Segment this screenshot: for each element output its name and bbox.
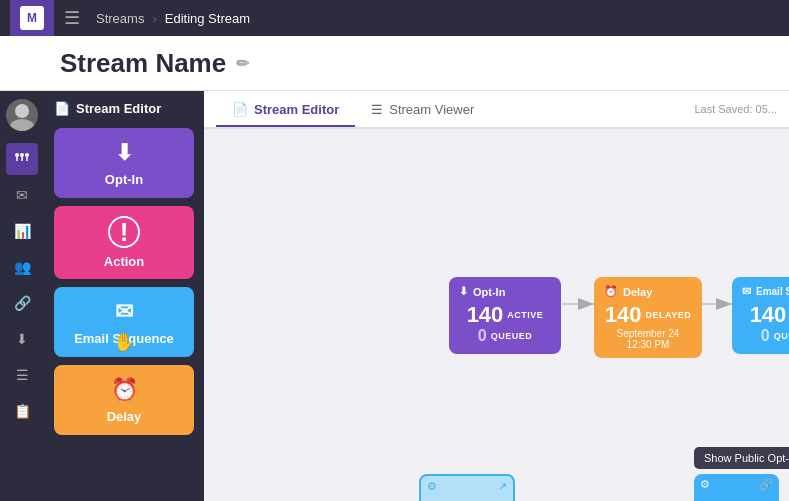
element-btn-action[interactable]: ! Action	[54, 206, 194, 279]
sidebar-icon-clipboard[interactable]: 📋	[6, 395, 38, 427]
sidebar-icon-link[interactable]: 🔗	[6, 287, 38, 319]
node-email-seq-label: Email Sequence	[756, 286, 789, 297]
node-delay-time: 12:30 PM	[604, 339, 692, 350]
top-nav: M ☰ Streams › Editing Stream	[0, 0, 789, 36]
node-optin-queued-label: QUEUED	[491, 331, 533, 341]
node-optin-header: ⬇ Opt-In	[459, 285, 551, 298]
node-email-seq-icon: ✉	[742, 285, 751, 298]
edit-stream-name-icon[interactable]: ✏	[236, 54, 249, 73]
node-delay-body: 140 DELAYED September 24 12:30 PM	[604, 304, 692, 350]
node-optin-queued-num: 0	[478, 328, 487, 344]
node-delay-count: 140	[605, 304, 642, 326]
sidebar-icon-list[interactable]: ☰	[6, 359, 38, 391]
node-optin-type-icon: ⬇	[459, 285, 468, 298]
svg-point-1	[10, 119, 34, 131]
last-saved: Last Saved: 05...	[694, 103, 777, 115]
left-sidebar: ✉ 📊 👥 🔗 ⬇ ☰ 📋	[0, 91, 44, 501]
header-area: Stream Name ✏	[0, 36, 789, 91]
email-sequence-icon: ✉	[115, 299, 133, 325]
stream-name-title: Stream Name ✏	[60, 48, 249, 79]
node-delay-status: DELAYED	[646, 310, 692, 320]
node-email-seq-queued-label: QUEUED	[774, 331, 789, 341]
node-delay-type-icon: ⏰	[604, 285, 618, 298]
svg-point-3	[20, 153, 24, 157]
action-icon: !	[108, 216, 140, 248]
elements-panel: 📄 Stream Editor ⬇ Opt-In ! Action ✉ Emai…	[44, 91, 204, 501]
breadcrumb-separator: ›	[152, 11, 156, 26]
node-delay-date: September 24	[604, 328, 692, 339]
element-btn-delay[interactable]: ⏰ Delay	[54, 365, 194, 435]
action-label: Action	[104, 254, 144, 269]
node-delay-header: ⏰ Delay	[604, 285, 692, 298]
sidebar-icon-users[interactable]: 👥	[6, 251, 38, 283]
optin-icon: ⬇	[115, 140, 133, 166]
node-email-seq-header: ✉ Email Sequence	[742, 285, 789, 298]
logo-area: M	[10, 0, 54, 36]
bottom-node-emailseq-gear[interactable]: ⚙	[427, 480, 437, 493]
flow-node-optin: ⬇ Opt-In 140 ACTIVE 0 QUEUED	[449, 277, 561, 354]
delay-icon: ⏰	[111, 377, 138, 403]
breadcrumb: Streams › Editing Stream	[96, 11, 250, 26]
delay-label: Delay	[107, 409, 142, 424]
flow-node-delay: ⏰ Delay 140 DELAYED September 24 12:30 P…	[594, 277, 702, 358]
node-email-seq-queued-num: 0	[761, 328, 770, 344]
svg-point-0	[15, 104, 29, 118]
flow-canvas: ⬇ Opt-In 140 ACTIVE 0 QUEUED ⏰	[204, 129, 789, 501]
avatar	[6, 99, 38, 131]
sidebar-icon-streams[interactable]	[6, 143, 38, 175]
svg-point-4	[25, 153, 29, 157]
stream-editor-icon: 📄	[232, 102, 248, 117]
bottom-node-emailseq-topbar: ⚙ ↗	[421, 476, 513, 497]
node-optin-body: 140 ACTIVE 0 QUEUED	[459, 304, 551, 344]
bottom-node-optin-gear[interactable]: ⚙	[700, 478, 710, 491]
node-optin-count: 140	[467, 304, 504, 326]
optin-label: Opt-In	[105, 172, 143, 187]
flow-node-email-seq: ✉ Email Sequence 140 ACTIVE 0 QUEUED	[732, 277, 789, 354]
tab-bar-left: 📄 Stream Editor ☰ Stream Viewer	[216, 94, 490, 125]
breadcrumb-streams[interactable]: Streams	[96, 11, 144, 26]
sidebar-icon-mail[interactable]: ✉	[6, 179, 38, 211]
bottom-node-emailseq-icon: ✉	[421, 497, 513, 501]
element-btn-optin[interactable]: ⬇ Opt-In	[54, 128, 194, 198]
node-optin-type-label: Opt-In	[473, 286, 505, 298]
breadcrumb-current: Editing Stream	[165, 11, 250, 26]
hamburger-icon[interactable]: ☰	[64, 7, 80, 29]
stream-viewer-label: Stream Viewer	[389, 102, 474, 117]
bottom-node-optin-icon: ⬇	[694, 495, 779, 501]
bottom-node-emailseq-arrow: ↗	[498, 480, 507, 493]
bottom-node-optin[interactable]: ⚙ 🔗 ⬇ Opt-In ⊗	[694, 474, 779, 501]
tab-stream-viewer[interactable]: ☰ Stream Viewer	[355, 94, 490, 127]
bottom-node-optin-topbar: ⚙ 🔗	[694, 474, 779, 495]
node-delay-type-label: Delay	[623, 286, 652, 298]
tooltip-text: Show Public Opt-In Link	[704, 452, 789, 464]
stream-editor-label: Stream Editor	[254, 102, 339, 117]
panel-title: 📄 Stream Editor	[54, 101, 194, 116]
node-optin-active: ACTIVE	[507, 310, 543, 320]
tooltip-optin-link: Show Public Opt-In Link	[694, 447, 789, 469]
canvas-area: 📄 Stream Editor ☰ Stream Viewer Last Sav…	[204, 91, 789, 501]
element-btn-email-sequence[interactable]: ✉ Email Sequence ✋	[54, 287, 194, 357]
bottom-node-email-seq[interactable]: ⚙ ↗ ✉ Email Sequence	[419, 474, 515, 501]
node-email-seq-body: 140 ACTIVE 0 QUEUED	[742, 304, 789, 344]
sidebar-icon-chart[interactable]: 📊	[6, 215, 38, 247]
panel-label: Stream Editor	[76, 101, 161, 116]
svg-point-2	[15, 153, 19, 157]
tab-stream-editor[interactable]: 📄 Stream Editor	[216, 94, 355, 127]
bottom-node-optin-link-icon[interactable]: 🔗	[759, 478, 773, 491]
stream-viewer-icon: ☰	[371, 102, 383, 117]
node-email-seq-count: 140	[750, 304, 787, 326]
stream-name-text: Stream Name	[60, 48, 226, 79]
main-layout: ✉ 📊 👥 🔗 ⬇ ☰ 📋 📄 Stream Editor ⬇ Opt-In !…	[0, 91, 789, 501]
sidebar-icon-import[interactable]: ⬇	[6, 323, 38, 355]
panel-icon: 📄	[54, 101, 70, 116]
tab-bar: 📄 Stream Editor ☰ Stream Viewer Last Sav…	[204, 91, 789, 129]
logo-icon: M	[20, 6, 44, 30]
